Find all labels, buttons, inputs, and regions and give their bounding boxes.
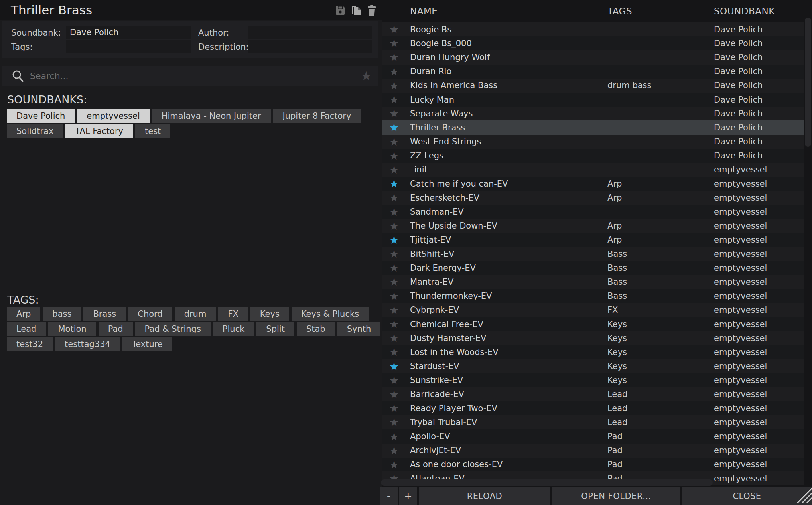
- preset-row[interactable]: ★Lost in the Woods-EVKeysemptyvessel: [382, 345, 804, 359]
- preset-row[interactable]: ★Barricade-EVLeademptyvessel: [382, 387, 804, 401]
- tag-filter-texture[interactable]: Texture: [122, 337, 172, 351]
- favorite-star-icon[interactable]: ★: [382, 22, 406, 36]
- tag-filter-bass[interactable]: bass: [43, 307, 81, 321]
- tag-filter-fx[interactable]: FX: [218, 307, 248, 321]
- preset-row[interactable]: ★Tjittjat-EVArpemptyvessel: [382, 233, 804, 247]
- favorite-star-icon[interactable]: ★: [382, 444, 406, 458]
- tag-filter-split[interactable]: Split: [256, 322, 294, 336]
- preset-row[interactable]: ★_initemptyvessel: [382, 163, 804, 177]
- preset-row[interactable]: ★Dark Energy-EVBassemptyvessel: [382, 261, 804, 275]
- tag-filter-pad[interactable]: Pad: [99, 322, 133, 336]
- tag-filter-keys[interactable]: Keys: [250, 307, 289, 321]
- preset-row[interactable]: ★Chemical Free-EVKeysemptyvessel: [382, 317, 804, 331]
- tag-filter-testtag334[interactable]: testtag334: [55, 337, 120, 351]
- soundbank-filter-emptyvessel[interactable]: emptyvessel: [77, 109, 149, 123]
- favorite-star-icon[interactable]: ★: [382, 191, 406, 205]
- tag-filter-keys-plucks[interactable]: Keys & Plucks: [292, 307, 369, 321]
- favorite-star-icon[interactable]: ★: [382, 247, 406, 261]
- increase-size-button[interactable]: +: [399, 487, 417, 505]
- tag-filter-lead[interactable]: Lead: [7, 322, 46, 336]
- preset-row[interactable]: ★Ready Player Two-EVLeademptyvessel: [382, 401, 804, 415]
- preset-row[interactable]: ★Thriller BrassDave Polich: [382, 120, 804, 134]
- tag-filter-chord[interactable]: Chord: [128, 307, 172, 321]
- preset-row[interactable]: ★Kids In America Bassdrum bassDave Polic…: [382, 79, 804, 93]
- preset-row[interactable]: ★Eschersketch-EVArpemptyvessel: [382, 191, 804, 205]
- soundbank-field[interactable]: [66, 26, 191, 39]
- preset-row[interactable]: ★BitShift-EVBassemptyvessel: [382, 247, 804, 261]
- favorite-star-icon[interactable]: ★: [382, 36, 406, 50]
- tag-filter-brass[interactable]: Brass: [83, 307, 126, 321]
- favorite-star-icon[interactable]: ★: [382, 149, 406, 163]
- favorite-star-icon[interactable]: ★: [382, 275, 406, 289]
- tag-filter-drum[interactable]: drum: [175, 307, 216, 321]
- tag-filter-synth[interactable]: Synth: [337, 322, 381, 336]
- vertical-scrollbar-thumb[interactable]: [805, 18, 811, 147]
- author-field[interactable]: [248, 26, 372, 39]
- favorite-star-icon[interactable]: ★: [382, 177, 406, 191]
- tag-filter-test32[interactable]: test32: [7, 337, 53, 351]
- favorite-star-icon[interactable]: ★: [382, 65, 406, 79]
- reload-button[interactable]: RELOAD: [419, 487, 550, 505]
- preset-row[interactable]: ★Mantra-EVBassemptyvessel: [382, 275, 804, 289]
- favorite-star-icon[interactable]: ★: [382, 373, 406, 387]
- tag-filter-pad-strings[interactable]: Pad & Strings: [135, 322, 211, 336]
- soundbank-filter-himalaya-neon-jupiter[interactable]: Himalaya - Neon Jupiter: [152, 109, 271, 123]
- favorite-star-icon[interactable]: ★: [382, 289, 406, 303]
- favorite-star-icon[interactable]: ★: [382, 163, 406, 177]
- decrease-size-button[interactable]: -: [380, 487, 398, 505]
- preset-row[interactable]: ★Sunstrike-EVKeysemptyvessel: [382, 373, 804, 387]
- tag-filter-stab[interactable]: Stab: [297, 322, 335, 336]
- preset-row[interactable]: ★Boogie BsDave Polich: [382, 22, 804, 36]
- soundbank-filter-solidtrax[interactable]: Solidtrax: [7, 124, 63, 138]
- favorite-star-icon[interactable]: ★: [382, 359, 406, 373]
- favorite-star-icon[interactable]: ★: [382, 458, 406, 471]
- tag-filter-motion[interactable]: Motion: [48, 322, 96, 336]
- favorite-star-icon[interactable]: ★: [382, 205, 406, 219]
- save-icon[interactable]: [335, 5, 346, 16]
- favorite-star-icon[interactable]: ★: [382, 430, 406, 444]
- favorite-star-icon[interactable]: ★: [382, 415, 406, 429]
- copy-icon[interactable]: [351, 5, 362, 16]
- resize-grip-icon[interactable]: [791, 485, 812, 505]
- preset-row[interactable]: ★Duran Hungry WolfDave Polich: [382, 50, 804, 64]
- preset-row[interactable]: ★ArchivjEt-EVPademptyvessel: [382, 444, 804, 458]
- preset-row[interactable]: ★ZZ LegsDave Polich: [382, 149, 804, 163]
- preset-row[interactable]: ★Apollo-EVPademptyvessel: [382, 429, 804, 443]
- favorite-star-icon[interactable]: ★: [382, 219, 406, 233]
- preset-row[interactable]: ★Duran RioDave Polich: [382, 65, 804, 79]
- soundbank-column-header[interactable]: SOUNDBANK: [710, 6, 804, 16]
- favorite-star-icon[interactable]: ★: [382, 233, 406, 247]
- preset-row[interactable]: ★Sandman-EVemptyvessel: [382, 205, 804, 219]
- soundbank-filter-test[interactable]: test: [135, 124, 170, 138]
- preset-row[interactable]: ★Catch me if you can-EVArpemptyvessel: [382, 177, 804, 191]
- open-folder-button[interactable]: OPEN FOLDER...: [552, 487, 680, 505]
- favorite-star-icon[interactable]: ★: [382, 79, 406, 93]
- preset-row[interactable]: ★Thundermonkey-EVBassemptyvessel: [382, 289, 804, 303]
- favorite-star-icon[interactable]: ★: [382, 303, 406, 317]
- favorite-star-icon[interactable]: ★: [382, 331, 406, 345]
- tags-column-header[interactable]: TAGS: [604, 6, 710, 16]
- preset-row[interactable]: ★The Upside Down-EVArpemptyvessel: [382, 219, 804, 233]
- preset-row[interactable]: ★Trybal Trubal-EVLeademptyvessel: [382, 415, 804, 429]
- search-input[interactable]: [30, 66, 341, 86]
- preset-row[interactable]: ★Stardust-EVKeysemptyvessel: [382, 359, 804, 373]
- name-column-header[interactable]: NAME: [406, 6, 604, 16]
- favorite-star-icon[interactable]: ★: [382, 107, 406, 120]
- tag-filter-arp[interactable]: Arp: [7, 307, 40, 321]
- soundbank-filter-jupiter-8-factory[interactable]: Jupiter 8 Factory: [273, 109, 361, 123]
- favorite-star-icon[interactable]: ★: [382, 317, 406, 331]
- tags-field[interactable]: [66, 40, 191, 53]
- preset-row[interactable]: ★West End StringsDave Polich: [382, 135, 804, 149]
- favorite-star-icon[interactable]: ★: [382, 135, 406, 149]
- description-field[interactable]: [248, 40, 372, 53]
- preset-row[interactable]: ★Boogie Bs_000Dave Polich: [382, 36, 804, 50]
- favorite-star-icon[interactable]: ★: [382, 261, 406, 275]
- tag-filter-pluck[interactable]: Pluck: [213, 322, 254, 336]
- favorites-filter-star-icon[interactable]: ★: [361, 68, 372, 83]
- preset-row[interactable]: ★As one door closes-EVPademptyvessel: [382, 458, 804, 471]
- favorite-star-icon[interactable]: ★: [382, 93, 406, 107]
- preset-row[interactable]: ★Cybrpnk-EVFXemptyvessel: [382, 303, 804, 317]
- favorite-star-icon[interactable]: ★: [382, 401, 406, 415]
- horizontal-scrollbar-thumb[interactable]: [381, 479, 713, 486]
- preset-row[interactable]: ★Dusty Hamster-EVKeysemptyvessel: [382, 331, 804, 345]
